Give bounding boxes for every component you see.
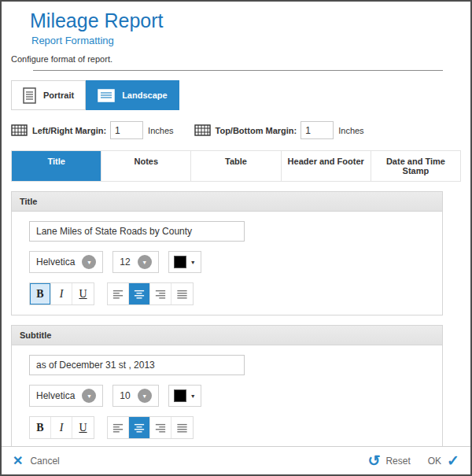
top-bottom-units-label: Inches	[338, 126, 363, 135]
cancel-label: Cancel	[30, 456, 59, 467]
title-text-input[interactable]	[29, 221, 245, 242]
font-family-value: Helvetica	[36, 390, 75, 401]
ok-label: OK	[428, 456, 441, 467]
bold-button[interactable]: B	[30, 283, 51, 304]
subtitle-section: Subtitle Helvetica ▼ 10 ▼ ▼ B	[11, 325, 443, 449]
title-align-group	[107, 282, 194, 305]
tab-notes[interactable]: Notes	[101, 151, 191, 181]
top-bottom-margin-group: Top/Bottom Margin: Inches	[194, 121, 364, 139]
report-format-dialog: Mileage Report Report Formatting Configu…	[0, 0, 472, 476]
margins-row: Left/Right Margin: Inches Top/Bottom Mar…	[11, 121, 461, 139]
color-swatch	[174, 389, 186, 402]
cancel-icon: ✕	[13, 455, 23, 467]
reset-label: Reset	[385, 456, 410, 467]
ok-button[interactable]: OK ✓	[428, 453, 459, 468]
title-format-row: B I U	[29, 282, 425, 305]
reset-icon: ↺	[367, 453, 380, 468]
title-font-size-dropdown[interactable]: 12 ▼	[112, 251, 158, 273]
title-section-body: Helvetica ▼ 12 ▼ ▼ B I U	[12, 212, 442, 315]
title-style-group: B I U	[29, 282, 94, 305]
color-swatch	[174, 256, 186, 268]
landscape-button[interactable]: Landscape	[86, 80, 179, 110]
reset-button[interactable]: ↺ Reset	[367, 453, 410, 468]
font-family-value: Helvetica	[36, 256, 75, 268]
page-subtitle: Report Formatting	[31, 35, 470, 46]
left-right-units-label: Inches	[148, 126, 173, 135]
tab-date-and-time-stamp[interactable]: Date and Time Stamp	[371, 151, 460, 181]
align-left-button[interactable]	[108, 283, 129, 304]
title-section: Title Helvetica ▼ 12 ▼ ▼ B	[11, 191, 443, 315]
cancel-button[interactable]: ✕ Cancel	[13, 455, 60, 467]
check-icon: ✓	[447, 453, 459, 468]
margin-grid-icon	[194, 124, 211, 136]
title-font-row: Helvetica ▼ 12 ▼ ▼	[29, 251, 425, 273]
chevron-down-icon: ▼	[82, 255, 96, 269]
footer-actions: ↺ Reset OK ✓	[367, 453, 459, 468]
tab-title[interactable]: Title	[12, 151, 101, 181]
left-right-margin-group: Left/Right Margin: Inches	[11, 121, 174, 139]
portrait-page-icon	[23, 87, 36, 104]
align-right-button[interactable]	[150, 283, 171, 304]
underline-button[interactable]: U	[72, 283, 94, 304]
tab-header-and-footer[interactable]: Header and Footer	[282, 151, 371, 181]
chevron-down-icon: ▼	[190, 260, 196, 265]
top-bottom-margin-input[interactable]	[301, 121, 334, 139]
portrait-button[interactable]: Portrait	[11, 80, 86, 110]
tab-table[interactable]: Table	[191, 151, 281, 181]
title-section-heading: Title	[12, 192, 442, 212]
portrait-label: Portrait	[43, 90, 74, 100]
bold-button[interactable]: B	[30, 417, 51, 438]
left-right-margin-input[interactable]	[110, 121, 143, 139]
subtitle-format-row: B I U	[29, 416, 425, 439]
align-left-button[interactable]	[108, 417, 129, 438]
align-right-button[interactable]	[150, 417, 171, 438]
font-size-value: 10	[120, 390, 130, 401]
subtitle-font-row: Helvetica ▼ 10 ▼ ▼	[29, 385, 425, 407]
align-center-button[interactable]	[129, 417, 150, 438]
font-size-value: 12	[120, 256, 130, 268]
italic-button[interactable]: I	[51, 417, 72, 438]
subtitle-font-color-dropdown[interactable]: ▼	[168, 385, 201, 407]
title-font-family-dropdown[interactable]: Helvetica ▼	[29, 251, 103, 273]
chevron-down-icon: ▼	[138, 389, 152, 403]
align-center-button[interactable]	[129, 283, 150, 304]
chevron-down-icon: ▼	[190, 393, 196, 399]
underline-button[interactable]: U	[72, 417, 94, 438]
subtitle-align-group	[107, 416, 194, 439]
italic-button[interactable]: I	[51, 283, 72, 304]
margin-grid-icon	[11, 124, 28, 136]
align-justify-button[interactable]	[171, 417, 193, 438]
title-font-color-dropdown[interactable]: ▼	[168, 251, 201, 273]
footer-bar: ✕ Cancel ↺ Reset OK ✓	[2, 446, 470, 474]
page-title: Mileage Report	[30, 9, 470, 32]
subtitle-text-input[interactable]	[29, 355, 245, 375]
divider	[33, 70, 443, 71]
subtitle-font-size-dropdown[interactable]: 10 ▼	[112, 385, 158, 407]
landscape-page-icon	[98, 89, 115, 102]
chevron-down-icon: ▼	[138, 255, 152, 269]
left-right-margin-label: Left/Right Margin:	[32, 126, 106, 135]
subtitle-style-group: B I U	[29, 416, 94, 439]
description-text: Configure format of report.	[11, 54, 470, 64]
align-justify-button[interactable]	[171, 283, 193, 304]
landscape-label: Landscape	[122, 90, 167, 100]
subtitle-section-body: Helvetica ▼ 10 ▼ ▼ B I U	[12, 345, 442, 448]
subtitle-font-family-dropdown[interactable]: Helvetica ▼	[29, 385, 103, 407]
top-bottom-margin-label: Top/Bottom Margin:	[216, 126, 297, 135]
subtitle-section-heading: Subtitle	[12, 326, 442, 345]
tab-bar: Title Notes Table Header and Footer Date…	[11, 150, 461, 182]
orientation-selector: Portrait Landscape	[11, 80, 461, 110]
chevron-down-icon: ▼	[82, 389, 96, 403]
